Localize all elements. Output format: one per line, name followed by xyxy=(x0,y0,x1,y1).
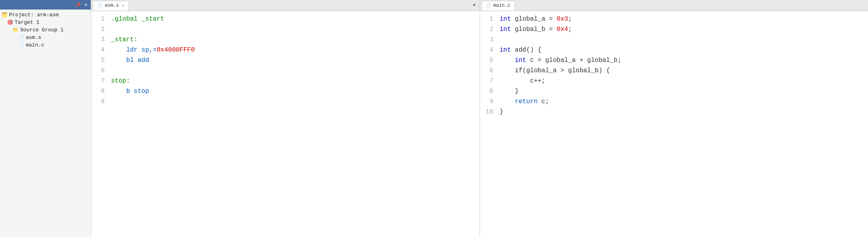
token: c++; xyxy=(500,77,545,85)
tab-bar-pane-main: 📄main.c xyxy=(480,0,868,11)
sidebar-header-icons: 📌 ✕ xyxy=(75,2,88,8)
line-number: 5 xyxy=(91,56,111,66)
token: if(global_a > global_b) { xyxy=(500,67,610,74)
token: c = global_a + global_b; xyxy=(526,57,621,64)
token: } xyxy=(500,108,504,116)
code-area-pane-asm[interactable]: 1.global _start23_start:4 ldr sp,=0x4000… xyxy=(91,11,480,237)
line-number: 8 xyxy=(91,87,111,97)
code-line: 2int global_b = 0x4; xyxy=(480,25,868,35)
line-content: stop: xyxy=(111,76,480,87)
line-number: 6 xyxy=(480,66,500,76)
code-line: 10} xyxy=(480,107,868,118)
code-line: 8 } xyxy=(480,87,868,97)
sidebar-close-button[interactable]: ✕ xyxy=(83,2,88,8)
token: bl add xyxy=(111,57,149,64)
code-line: 4int add() { xyxy=(480,45,868,56)
line-content: bl add xyxy=(111,56,480,66)
token xyxy=(500,57,515,64)
line-content: _start: xyxy=(111,35,480,45)
token: b stop xyxy=(111,88,149,95)
line-content: int add() { xyxy=(500,45,868,56)
line-number: 4 xyxy=(91,45,111,56)
editor-pane-pane-asm: 📄asm.s✕▼1.global _start23_start:4 ldr sp… xyxy=(91,0,480,237)
tab-label-pane-asm: asm.s xyxy=(105,3,119,8)
line-number: 9 xyxy=(480,97,500,107)
line-number: 4 xyxy=(480,45,500,56)
tab-pane-main[interactable]: 📄main.c xyxy=(482,1,515,10)
line-number: 1 xyxy=(91,14,111,25)
tab-close-pane-asm[interactable]: ✕ xyxy=(122,3,124,8)
code-line: 2 xyxy=(91,25,480,35)
code-line: 1.global _start xyxy=(91,14,480,25)
sidebar-item-project-root[interactable]: 🗂️Project: arm-asm xyxy=(0,11,91,19)
token xyxy=(500,98,515,105)
editor-area: 📄asm.s✕▼1.global _start23_start:4 ldr sp… xyxy=(91,0,868,237)
asm-s-label: asm.s xyxy=(26,35,41,40)
line-number: 3 xyxy=(480,35,500,45)
token: int xyxy=(500,15,511,23)
code-area-pane-main[interactable]: 1int global_a = 0x3;2int global_b = 0x4;… xyxy=(480,11,868,237)
token: .global _start xyxy=(111,15,164,23)
project-root-label: Project: arm-asm xyxy=(9,12,59,18)
sidebar-item-target1[interactable]: 🎯Target 1 xyxy=(0,19,91,26)
line-number: 9 xyxy=(91,97,111,107)
token: c; xyxy=(538,98,549,105)
line-number: 2 xyxy=(91,25,111,35)
line-number: 1 xyxy=(480,14,500,25)
token: _start: xyxy=(111,36,138,43)
token: global_b = xyxy=(511,26,556,33)
line-number: 6 xyxy=(91,66,111,76)
tab-icon-pane-main: 📄 xyxy=(486,3,491,8)
code-line: 7stop: xyxy=(91,76,480,87)
token: int xyxy=(500,26,511,33)
line-content: int global_b = 0x4; xyxy=(500,25,868,35)
sidebar-pin-button[interactable]: 📌 xyxy=(75,2,82,8)
token: return xyxy=(515,98,538,105)
tab-dropdown-pane-asm[interactable]: ▼ xyxy=(470,3,478,8)
line-number: 7 xyxy=(480,76,500,87)
code-line: 7 c++; xyxy=(480,76,868,87)
code-line: 3_start: xyxy=(91,35,480,45)
tab-label-pane-main: main.c xyxy=(493,3,510,8)
line-content: c++; xyxy=(500,76,868,87)
line-content: int c = global_a + global_b; xyxy=(500,56,868,66)
token: stop: xyxy=(111,77,130,85)
sidebar-tree: 🗂️Project: arm-asm🎯Target 1📁Source Group… xyxy=(0,10,91,50)
code-line: 6 xyxy=(91,66,480,76)
tab-bar-pane-asm: 📄asm.s✕▼ xyxy=(91,0,480,11)
target1-icon: 🎯 xyxy=(7,19,13,25)
line-content: int global_a = 0x3; xyxy=(500,14,868,25)
code-line: 4 ldr sp,=0x4000FFF0 xyxy=(91,45,480,56)
token: 0x4 xyxy=(557,26,568,33)
code-line: 1int global_a = 0x3; xyxy=(480,14,868,25)
code-line: 9 return c; xyxy=(480,97,868,107)
main-c-label: main.c xyxy=(26,42,44,48)
editor-pane-pane-main: 📄main.c1int global_a = 0x3;2int global_b… xyxy=(480,0,868,237)
tab-icon-pane-asm: 📄 xyxy=(97,3,103,8)
line-content: return c; xyxy=(500,97,868,107)
token: } xyxy=(500,88,519,95)
code-line: 5 int c = global_a + global_b; xyxy=(480,56,868,66)
source-group1-label: Source Group 1 xyxy=(20,27,63,33)
code-line: 9 xyxy=(91,97,480,107)
tab-pane-asm[interactable]: 📄asm.s✕ xyxy=(93,1,129,10)
code-line: 6 if(global_a > global_b) { xyxy=(480,66,868,76)
token: add() { xyxy=(511,46,541,54)
line-content: } xyxy=(500,107,868,118)
line-number: 7 xyxy=(91,76,111,87)
line-content: if(global_a > global_b) { xyxy=(500,66,868,76)
token: global_a = xyxy=(511,15,556,23)
line-number: 5 xyxy=(480,56,500,66)
line-content: } xyxy=(500,87,868,97)
sidebar-item-asm-s[interactable]: 📄asm.s xyxy=(0,34,91,41)
target1-label: Target 1 xyxy=(15,19,39,25)
project-root-icon: 🗂️ xyxy=(2,12,8,18)
token: 0x4000FFF0 xyxy=(157,46,195,54)
sidebar-item-source-group1[interactable]: 📁Source Group 1 xyxy=(0,26,91,34)
code-line: 3 xyxy=(480,35,868,45)
line-number: 8 xyxy=(480,87,500,97)
sidebar-item-main-c[interactable]: 📄main.c xyxy=(0,41,91,49)
line-number: 10 xyxy=(480,107,500,118)
sidebar-header: 📌 ✕ xyxy=(0,0,91,10)
line-content: ldr sp,=0x4000FFF0 xyxy=(111,45,480,56)
